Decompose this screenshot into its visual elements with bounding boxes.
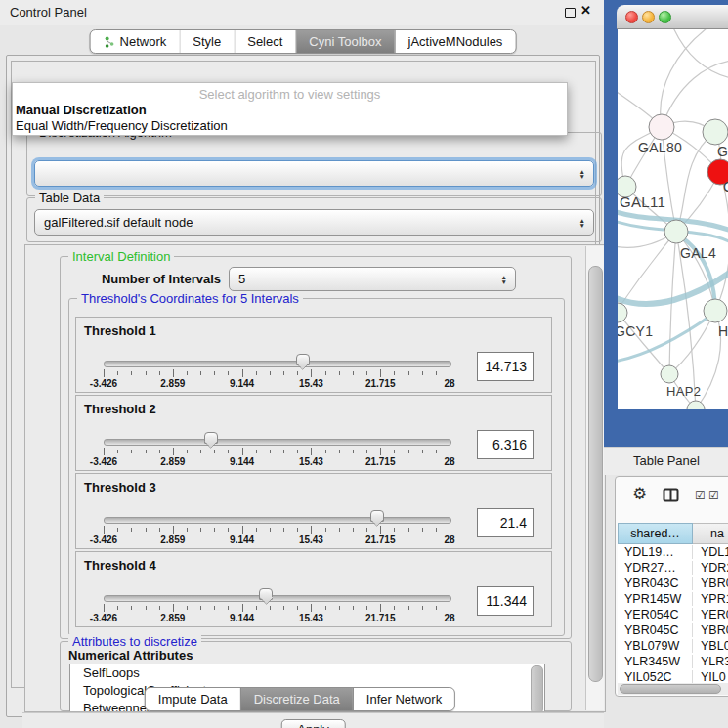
node-label-hap2: HAP2 <box>666 384 701 399</box>
slider-tick-label: 21.715 <box>365 456 396 467</box>
slider-tick <box>187 528 188 532</box>
table-row[interactable]: YLR345WYLR3 <box>618 654 728 669</box>
threshold-slider[interactable]: -3.4262.8599.14415.4321.71528 <box>104 589 450 622</box>
table-data-combobox[interactable]: galFiltered.sif default node ▲▼ <box>34 209 594 236</box>
slider-tick <box>380 526 381 534</box>
table-row[interactable]: YIL052CYIL0 <box>618 669 728 683</box>
combo-stepper-icon[interactable]: ▲▼ <box>579 169 585 179</box>
tab-infer-network[interactable]: Infer Network <box>353 688 454 710</box>
tab-discretize-data[interactable]: Discretize Data <box>240 688 353 710</box>
slider-track[interactable] <box>104 595 451 602</box>
slider-tick <box>228 450 229 453</box>
table-row[interactable]: YPR145WYPR1 <box>618 591 728 607</box>
window-zoom-icon[interactable] <box>659 11 671 23</box>
threshold-slider[interactable]: -3.4262.8599.14415.4321.71528 <box>104 355 450 388</box>
popup-item-manual-discretization[interactable]: Manual Discretization <box>16 103 147 117</box>
control-panel-title: Control Panel <box>10 5 87 20</box>
slider-tick <box>353 528 354 532</box>
threshold-box-3: Threshold 3-3.4262.8599.14415.4321.71528… <box>75 473 552 549</box>
split-columns-icon[interactable] <box>663 488 679 506</box>
threshold-label: Threshold 3 <box>84 480 156 494</box>
algorithm-combobox[interactable]: ▲▼ <box>34 160 594 187</box>
slider-tick-label: 15.43 <box>299 456 323 467</box>
select-all-columns-icon[interactable]: ☑ <box>708 489 719 502</box>
close-icon[interactable]: ✕ <box>580 3 591 18</box>
tab-select[interactable]: Select <box>234 30 295 53</box>
node-label-node-red: C <box>723 179 728 194</box>
attribute-item-selfloops[interactable]: SelfLoops <box>70 664 544 682</box>
threshold-box-2: Threshold 2-3.4262.8599.14415.4321.71528… <box>75 395 552 471</box>
node-table: ⚙ ☑ ☑ shared…na YDL19…YDL1YDR27…YDR2YBR0… <box>615 476 728 697</box>
network-node-node-h[interactable] <box>704 299 727 322</box>
cell-shared-name: YBR043C <box>618 577 693 590</box>
slider-track[interactable] <box>104 361 451 367</box>
apply-button[interactable]: Apply <box>280 719 346 728</box>
vertical-scrollbar[interactable] <box>585 246 604 710</box>
slider-tick <box>214 371 215 375</box>
threshold-value-field[interactable]: 6.316 <box>477 430 534 459</box>
table-row[interactable]: YDL19…YDL1 <box>618 544 728 560</box>
column-header-1[interactable]: shared… <box>618 523 693 544</box>
slider-tick <box>353 606 354 610</box>
threshold-slider[interactable]: -3.4262.8599.14415.4321.71528 <box>104 433 450 466</box>
algorithm-dropdown-popup: Select algorithm to view settings Manual… <box>12 82 568 136</box>
threshold-value-field[interactable]: 14.713 <box>477 352 534 381</box>
threshold-value-field[interactable]: 11.344 <box>477 586 534 616</box>
tab-label: jActiveMNodules <box>408 34 503 49</box>
cell-name: YLR3 <box>693 655 728 668</box>
table-row[interactable]: YBL079WYBL0 <box>618 638 728 654</box>
gear-icon[interactable]: ⚙ <box>632 486 647 502</box>
table-horizontal-scrollbar[interactable] <box>618 683 728 695</box>
split-columns-glyph <box>663 488 679 502</box>
slider-tick <box>104 604 105 612</box>
number-of-intervals-combobox[interactable]: 5 ▲▼ <box>229 267 516 291</box>
slider-tick <box>297 528 298 532</box>
threshold-box-1: Threshold 1-3.4262.8599.14415.4321.71528… <box>75 317 552 393</box>
slider-track[interactable] <box>104 517 451 524</box>
tab-impute-data[interactable]: Impute Data <box>146 688 240 710</box>
table-panel-title-bar: Table Panel <box>604 447 728 475</box>
tab-label: Infer Network <box>366 692 442 707</box>
table-hscrollbar-thumb[interactable] <box>620 684 721 694</box>
table-data-group: Table Data galFiltered.sif default node … <box>26 197 602 242</box>
slider-tick <box>283 528 284 532</box>
threshold-slider[interactable]: -3.4262.8599.14415.4321.71528 <box>104 511 450 544</box>
combo-stepper-icon[interactable]: ▲▼ <box>501 275 507 284</box>
table-row[interactable]: YDR27…YDR2 <box>618 560 728 576</box>
network-edge[interactable] <box>672 29 728 78</box>
slider-tick <box>104 369 105 377</box>
float-window-icon[interactable] <box>565 8 576 18</box>
list-scrollbar-thumb[interactable] <box>531 665 543 712</box>
tab-network[interactable]: Network <box>91 30 180 53</box>
window-close-icon[interactable] <box>625 11 638 23</box>
network-view-canvas[interactable]: GAL80GACGAL11GAL4GCY1HHAP2 <box>618 29 728 409</box>
network-node-gal4[interactable] <box>664 220 688 243</box>
threshold-value-field[interactable]: 21.4 <box>477 508 534 537</box>
tab-cyni-toolbox[interactable]: Cyni Toolbox <box>295 30 394 53</box>
column-header-2[interactable]: na <box>693 523 728 544</box>
tab-style[interactable]: Style <box>179 30 234 53</box>
network-node-gal80[interactable] <box>649 114 674 140</box>
cell-shared-name: YBL079W <box>618 639 693 653</box>
slider-tick <box>325 606 326 610</box>
vertical-scrollbar-thumb[interactable] <box>588 266 603 682</box>
slider-tick <box>339 371 340 375</box>
slider-track[interactable] <box>104 439 451 446</box>
table-row[interactable]: YER054CYER0 <box>618 607 728 622</box>
slider-tick-label: 28 <box>444 456 454 467</box>
network-window-title-bar[interactable] <box>617 5 728 29</box>
slider-tick <box>394 528 395 532</box>
tab-jactivemnodules[interactable]: jActiveMNodules <box>395 30 516 53</box>
window-minimize-icon[interactable] <box>642 11 655 23</box>
combo-stepper-icon[interactable]: ▲▼ <box>579 218 585 228</box>
network-node-node-top-right[interactable] <box>703 119 728 145</box>
network-node-gcy1[interactable] <box>618 303 627 322</box>
popup-item-equal-width-frequency-discretization[interactable]: Equal Width/Frequency Discretization <box>16 118 228 133</box>
slider-tick <box>394 606 395 610</box>
select-columns-icon[interactable]: ☑ <box>695 489 706 502</box>
network-edge[interactable] <box>618 313 669 374</box>
table-row[interactable]: YBR043CYBR0 <box>618 576 728 591</box>
slider-tick <box>422 528 423 532</box>
table-row[interactable]: YBR045CYBR0 <box>618 622 728 638</box>
network-node-hap2[interactable] <box>661 365 678 383</box>
